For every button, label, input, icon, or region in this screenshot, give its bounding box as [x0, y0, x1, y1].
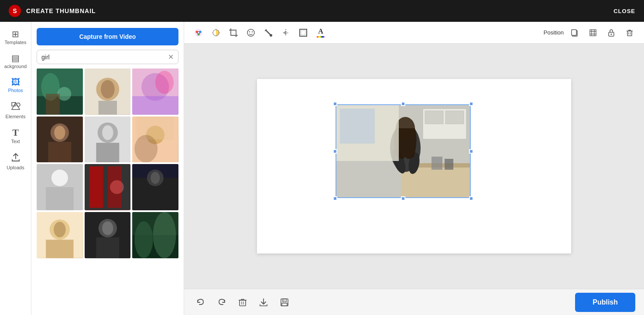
main-layout: ⊞ Templates ▤ ackground 🖼 Photos Element…	[0, 22, 644, 315]
sidebar: ⊞ Templates ▤ ackground 🖼 Photos Element…	[0, 22, 31, 315]
sidebar-item-elements[interactable]: Elements	[1, 98, 30, 123]
svg-point-67	[252, 31, 253, 32]
sidebar-item-photos[interactable]: 🖼 Photos	[1, 74, 30, 96]
grid-button[interactable]	[586, 25, 600, 40]
svg-point-27	[135, 135, 158, 162]
svg-rect-33	[89, 167, 103, 208]
top-bar-left: S CREATE THUMBNAIL	[9, 5, 96, 17]
resize-handle-bl[interactable]	[333, 196, 337, 201]
sidebar-item-label: Elements	[6, 114, 26, 119]
svg-rect-106	[283, 299, 286, 302]
canvas-image[interactable]	[336, 104, 471, 198]
resize-handle-mr[interactable]	[469, 149, 473, 154]
lock-button[interactable]	[604, 25, 619, 40]
top-bar: S CREATE THUMBNAIL CLOSE	[0, 0, 644, 22]
resize-handle-tr[interactable]	[469, 102, 473, 106]
background-icon: ▤	[11, 54, 20, 62]
photo-thumb[interactable]	[85, 68, 131, 115]
crop-tool-button[interactable]	[226, 25, 241, 40]
sidebar-item-background[interactable]: ▤ ackground	[1, 50, 30, 72]
close-button[interactable]: CLOSE	[613, 8, 635, 14]
delete-layer-button[interactable]	[622, 25, 637, 40]
photo-thumb[interactable]	[37, 164, 83, 210]
svg-point-11	[101, 80, 115, 98]
palette-tool-button[interactable]	[191, 25, 206, 40]
svg-point-47	[102, 221, 113, 235]
svg-rect-107	[282, 303, 287, 306]
svg-rect-72	[300, 29, 307, 36]
photo-thumb[interactable]	[85, 212, 131, 258]
publish-button[interactable]: Publish	[575, 293, 635, 312]
text-icon: T	[12, 128, 19, 137]
uploads-icon	[11, 153, 21, 164]
capture-from-video-button[interactable]: Capture from Video	[37, 28, 178, 45]
svg-point-35	[110, 180, 124, 194]
sidebar-item-text[interactable]: T Text	[1, 124, 30, 147]
photo-thumb[interactable]	[37, 68, 83, 115]
svg-point-19	[54, 126, 65, 140]
search-clear-button[interactable]: ✕	[168, 53, 174, 61]
elements-icon	[11, 102, 21, 113]
sidebar-item-templates[interactable]: ⊞ Templates	[1, 26, 30, 48]
canvas-board[interactable]	[257, 79, 571, 253]
svg-rect-14	[132, 96, 178, 114]
svg-rect-90	[445, 111, 464, 124]
delete-element-button[interactable]	[235, 294, 250, 310]
svg-rect-83	[627, 31, 632, 36]
resize-handle-tc[interactable]	[401, 102, 405, 106]
svg-rect-75	[572, 30, 576, 35]
canvas-container	[184, 44, 644, 289]
svg-rect-46	[96, 237, 119, 258]
sidebar-item-label: Text	[11, 139, 20, 144]
undo-button[interactable]	[193, 294, 209, 310]
svg-point-15	[155, 71, 174, 94]
sidebar-item-uploads[interactable]: Uploads	[1, 149, 30, 174]
svg-rect-99	[432, 157, 442, 170]
resize-handle-bc[interactable]	[401, 196, 405, 201]
toolbar: A Position	[184, 22, 644, 44]
svg-rect-22	[96, 143, 119, 162]
photo-thumb[interactable]	[132, 212, 178, 258]
photo-thumb[interactable]	[132, 68, 178, 115]
photos-icon: 🖼	[11, 78, 20, 86]
svg-rect-80	[590, 30, 596, 36]
flip-tool-button[interactable]	[278, 25, 293, 40]
svg-line-68	[266, 30, 270, 34]
resize-handle-tl[interactable]	[333, 102, 337, 106]
resize-handle-br[interactable]	[469, 196, 473, 201]
download-button[interactable]	[256, 294, 271, 310]
svg-point-23	[102, 125, 113, 140]
selected-image-container[interactable]	[336, 104, 471, 198]
search-input[interactable]	[41, 54, 164, 61]
svg-rect-73	[301, 31, 305, 35]
save-button[interactable]	[277, 294, 292, 310]
photo-thumb[interactable]	[85, 164, 131, 210]
photo-thumb[interactable]	[132, 164, 178, 210]
bottom-bar: Publish	[184, 289, 644, 315]
photo-thumb[interactable]	[37, 116, 83, 163]
photo-thumb[interactable]	[85, 116, 131, 163]
sidebar-item-label: Uploads	[7, 165, 24, 170]
svg-rect-10	[98, 101, 116, 115]
toolbar-right: Position	[544, 25, 637, 40]
brightness-tool-button[interactable]	[209, 25, 223, 40]
resize-handle-ml[interactable]	[333, 149, 337, 154]
photos-panel: Capture from Video ✕	[31, 22, 184, 315]
redo-button[interactable]	[214, 294, 230, 310]
photo-thumb[interactable]	[37, 212, 83, 258]
svg-point-82	[611, 34, 612, 35]
brush-tool-button[interactable]	[261, 25, 276, 40]
border-tool-button[interactable]	[296, 25, 311, 40]
svg-point-30	[51, 170, 68, 186]
text-color-tool-button[interactable]: A	[313, 25, 328, 40]
svg-rect-89	[425, 111, 443, 124]
face-tool-button[interactable]	[243, 25, 258, 40]
copy-layer-button[interactable]	[567, 25, 582, 40]
position-label: Position	[544, 29, 564, 36]
photo-thumb[interactable]	[132, 116, 178, 163]
svg-point-66	[249, 31, 250, 32]
templates-icon: ⊞	[12, 30, 19, 38]
app-title: CREATE THUMBNAIL	[26, 7, 96, 14]
app-logo: S	[9, 5, 21, 17]
svg-point-43	[54, 222, 65, 237]
